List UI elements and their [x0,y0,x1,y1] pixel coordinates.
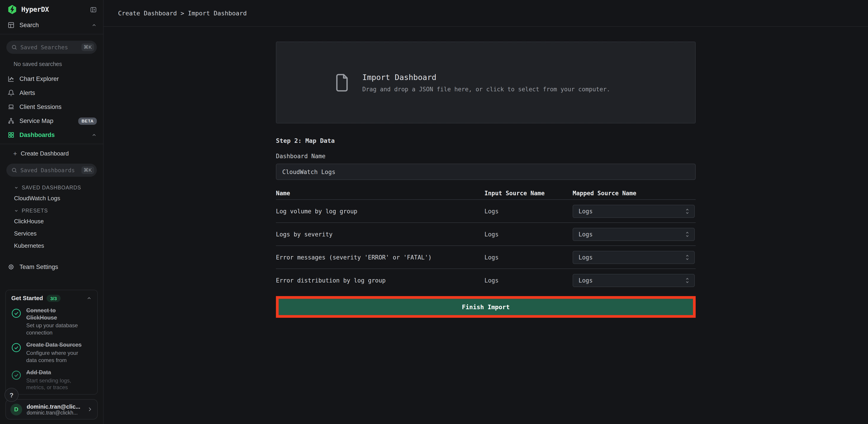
table-row: Log volume by log group Logs Logs [276,200,696,223]
dashboards-grid-icon [8,132,15,138]
search-icon [11,44,17,50]
user-texts: dominic.tran@clic... dominic.tran@clickh… [27,403,82,415]
table-row: Logs by severity Logs Logs [276,223,696,246]
table-header-row: Name Input Source Name Mapped Source Nam… [276,187,696,200]
chevron-up-icon [86,296,92,301]
hyperdx-app: HyperDX Search ⌘K No saved searches [0,0,868,424]
column-header-name: Name [276,190,485,196]
section-title: SAVED DASHBOARDS [22,185,81,190]
select-value: Logs [579,254,593,261]
sidebar-preset-kubernetes[interactable]: Kubernetes [0,239,103,252]
hyperdx-logo-icon [7,4,17,14]
select-chevrons-icon [685,277,690,284]
logo-row: HyperDX [0,0,103,18]
mapped-source-select[interactable]: Logs [572,251,695,264]
mapped-source-select[interactable]: Logs [572,204,695,218]
chevron-up-icon [91,22,97,28]
create-dashboard-button[interactable]: + Create Dashboard [0,146,103,159]
row-name: Logs by severity [276,231,485,237]
sidebar-preset-services[interactable]: Services [0,227,103,239]
mapped-source-select[interactable]: Logs [572,274,695,287]
saved-dashboards-searchbox[interactable]: ⌘K [6,164,97,177]
laptop-icon [8,103,15,110]
cmd-k-shortcut: ⌘K [81,43,94,51]
step-desc: Set up your database connection [26,322,85,336]
table-row: Error messages (severity 'ERROR' or 'FAT… [276,246,696,269]
mapping-table: Name Input Source Name Mapped Source Nam… [276,187,696,292]
divider [0,34,103,34]
search-panel-icon [8,22,15,29]
step-title: Add Data [26,369,85,376]
avatar: D [10,403,22,415]
get-started-header[interactable]: Get Started 3/3 [11,295,92,302]
user-account-button[interactable]: D dominic.tran@clic... dominic.tran@clic… [5,399,98,420]
step-desc: Start sending logs, metrics, or traces [26,378,85,391]
row-input-source: Logs [485,208,572,215]
get-started-card: Get Started 3/3 Connect to ClickHouse Se… [5,290,98,395]
chart-explorer-icon [8,75,15,82]
sidebar-item-chart-explorer[interactable]: Chart Explorer [0,72,103,86]
user-name: dominic.tran@clic... [27,403,82,410]
row-input-source: Logs [485,277,572,284]
check-circle-icon [11,343,21,353]
gear-icon [8,264,15,270]
chevron-down-icon [14,185,19,190]
get-started-step-add-data[interactable]: Add Data Start sending logs, metrics, or… [11,369,92,391]
step-title: Connect to ClickHouse [26,307,80,322]
sidebar: HyperDX Search ⌘K No saved searches [0,0,103,424]
import-dropzone[interactable]: Import Dashboard Drag and drop a JSON fi… [276,41,696,123]
divider [0,144,103,144]
saved-dashboards-input[interactable] [20,167,78,173]
column-header-input-source: Input Source Name [485,190,572,196]
select-chevrons-icon [685,254,690,261]
search-icon [11,167,17,173]
dashboard-name-input[interactable] [276,164,696,180]
get-started-step-sources[interactable]: Create Data Sources Configure where your… [11,342,92,364]
get-started-title: Get Started [11,295,43,302]
table-row: Error distribution by log group Logs Log… [276,269,696,292]
sidebar-item-label: Search [20,22,39,29]
user-email: dominic.tran@clickh... [27,410,82,415]
dashboard-name-label: Dashboard Name [276,153,696,160]
mapped-source-select[interactable]: Logs [572,228,695,241]
sidebar-item-search[interactable]: Search [0,18,103,32]
main-area: Create Dashboard > Import Dashboard Impo… [103,0,868,424]
bell-icon [8,90,15,96]
dropzone-subtitle: Drag and drop a JSON file here, or click… [362,86,610,92]
sidebar-collapse-button[interactable] [90,6,97,13]
row-name: Error messages (severity 'ERROR' or 'FAT… [276,254,485,261]
finish-import-button[interactable]: Finish Import [279,299,693,315]
get-started-progress-badge: 3/3 [46,295,60,302]
step-heading: Step 2: Map Data [276,137,696,144]
saved-searches-input[interactable] [20,44,78,51]
sidebar-item-dashboards[interactable]: Dashboards [0,128,103,142]
chevron-up-icon [91,132,97,138]
get-started-step-connect[interactable]: Connect to ClickHouse Set up your databa… [11,307,92,336]
sidebar-item-alerts[interactable]: Alerts [0,86,103,100]
sidebar-item-label: Client Sessions [20,103,62,110]
saved-searches-searchbox[interactable]: ⌘K [6,41,97,54]
section-title: PRESETS [22,208,48,214]
cmd-k-shortcut: ⌘K [81,166,94,174]
step-desc: Configure where your data comes from [26,350,87,364]
beta-badge: BETA [78,117,97,125]
sidebar-item-client-sessions[interactable]: Client Sessions [0,100,103,114]
sidebar-item-label: Alerts [20,90,35,96]
check-circle-icon [11,370,21,380]
sidebar-dashboard-cloudwatch-logs[interactable]: CloudWatch Logs [0,192,103,204]
sidebar-item-service-map[interactable]: Service Map BETA [0,114,103,128]
help-button[interactable]: ? [4,388,19,402]
sidebar-preset-clickhouse[interactable]: ClickHouse [0,215,103,227]
select-value: Logs [579,277,593,284]
sidebar-item-team-settings[interactable]: Team Settings [0,260,103,274]
select-value: Logs [579,208,593,215]
chevron-right-icon [87,406,93,412]
click-highlight-annotation: Finish Import [276,296,696,318]
select-chevrons-icon [685,208,690,215]
create-dashboard-label: Create Dashboard [21,150,69,157]
breadcrumb[interactable]: Create Dashboard > Import Dashboard [118,9,247,17]
presets-section-header[interactable]: PRESETS [0,204,103,215]
select-value: Logs [579,231,593,237]
saved-dashboards-section-header[interactable]: SAVED DASHBOARDS [0,181,103,192]
chevron-down-icon [14,208,19,213]
